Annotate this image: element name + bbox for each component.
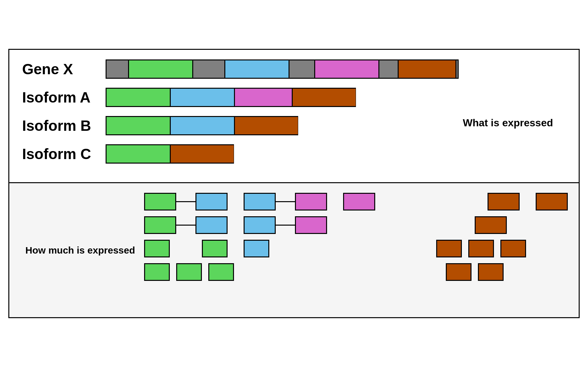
read-magenta-r1a [295, 193, 327, 210]
gene-x-row: Gene X [22, 59, 566, 79]
read-green-r3a [144, 240, 170, 257]
read-row-1 [144, 193, 568, 210]
top-panel: Gene X Isoform A [8, 49, 580, 183]
read-blue-r3a [244, 240, 269, 257]
what-expressed-label: What is expressed [463, 117, 553, 129]
gene-x-track [106, 59, 459, 79]
read-blue-r2b [244, 216, 276, 234]
read-green-r3b [202, 240, 228, 257]
read-orange-r1b [536, 193, 568, 210]
isoform-c-row: Isoform C [22, 144, 566, 164]
read-green-r1a [144, 193, 176, 210]
iso-a-magenta [235, 89, 293, 106]
conn-r2b [276, 225, 295, 226]
isoform-b-label: Isoform B [22, 117, 106, 134]
seg-gray2 [193, 60, 225, 78]
reads-area [144, 193, 566, 281]
seg-green1 [129, 60, 193, 78]
iso-a-orange [293, 89, 356, 106]
isoform-a-track [106, 88, 356, 107]
isoform-a-label: Isoform A [22, 89, 106, 106]
read-magenta-r2a [295, 216, 327, 234]
iso-c-green [107, 145, 171, 163]
read-row-4 [144, 263, 504, 281]
iso-a-blue [171, 89, 235, 106]
isoform-a-row: Isoform A [22, 88, 566, 107]
read-blue-r1a [195, 193, 228, 210]
read-green-r4b [176, 263, 202, 281]
iso-c-orange [171, 145, 234, 163]
main-container: Gene X Isoform A [8, 49, 580, 318]
gene-x-label: Gene X [22, 60, 106, 78]
iso-b-blue [171, 117, 235, 134]
read-green-r4a [144, 263, 170, 281]
read-blue-r2a [195, 216, 228, 234]
seg-gray4 [379, 60, 399, 78]
conn-r1b [276, 201, 295, 202]
read-magenta-r1b [343, 193, 375, 210]
read-orange-r3c [500, 240, 526, 257]
bottom-panel: How much is expressed [8, 183, 580, 318]
read-orange-r3b [468, 240, 494, 257]
seg-gray3 [290, 60, 315, 78]
read-row-3 [144, 240, 526, 257]
seg-gray5 [456, 60, 458, 78]
read-orange-r4b [478, 263, 504, 281]
iso-b-green [107, 117, 171, 134]
conn-r2a [176, 225, 195, 226]
read-orange-r2a [475, 216, 507, 234]
iso-b-orange [235, 117, 298, 134]
isoform-b-track [106, 116, 298, 135]
read-row-2 [144, 216, 507, 234]
isoform-c-label: Isoform C [22, 145, 106, 163]
read-green-r2a [144, 216, 176, 234]
iso-a-green [107, 89, 171, 106]
read-orange-r3a [436, 240, 462, 257]
isoform-c-track [106, 144, 234, 164]
seg-orange1 [399, 60, 456, 78]
seg-magenta1 [315, 60, 379, 78]
how-much-label: How much is expressed [25, 245, 135, 256]
read-blue-r1b [244, 193, 276, 210]
conn-r1a [176, 201, 195, 202]
seg-gray1 [107, 60, 129, 78]
seg-blue1 [225, 60, 290, 78]
read-orange-r1a [488, 193, 520, 210]
read-orange-r4a [446, 263, 471, 281]
read-green-r4c [208, 263, 234, 281]
